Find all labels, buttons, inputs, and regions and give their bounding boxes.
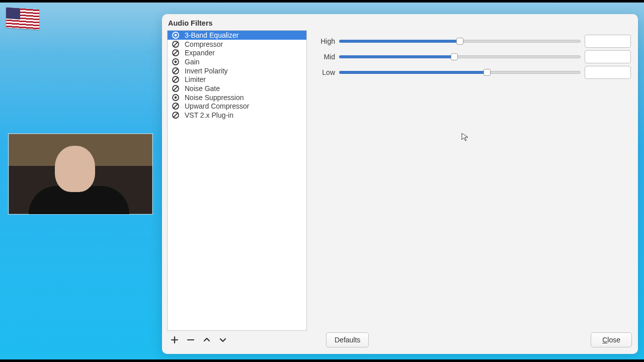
visibility-off-icon[interactable]	[172, 49, 180, 57]
svg-line-3	[173, 42, 178, 47]
visibility-on-icon[interactable]	[172, 58, 180, 66]
filter-item-label: VST 2.x Plug-in	[185, 111, 233, 119]
equalizer-controls: HighMidLow	[312, 30, 634, 329]
filter-item[interactable]: Limiter	[168, 75, 306, 84]
eq-band-slider[interactable]	[339, 68, 581, 76]
eq-band-slider[interactable]	[339, 37, 581, 45]
svg-line-5	[173, 50, 178, 55]
filter-item[interactable]: Invert Polarity	[168, 66, 306, 75]
visibility-off-icon[interactable]	[172, 102, 180, 110]
filter-item[interactable]: Noise Suppression	[168, 93, 306, 102]
filter-item-label: Limiter	[185, 75, 206, 83]
visibility-off-icon[interactable]	[172, 67, 180, 75]
filter-item-label: Gain	[185, 58, 200, 66]
filter-item[interactable]: 3-Band Equalizer	[168, 31, 306, 40]
filter-item-label: 3-Band Equalizer	[185, 31, 238, 39]
eq-band-slider[interactable]	[339, 53, 581, 61]
eq-band-row: Low	[313, 64, 631, 80]
svg-line-11	[173, 77, 178, 82]
svg-line-9	[173, 68, 178, 73]
remove-filter-button[interactable]	[185, 334, 196, 345]
filter-item-label: Noise Suppression	[185, 94, 244, 102]
filter-item[interactable]: Noise Gate	[168, 84, 306, 93]
filter-list[interactable]: 3-Band EqualizerCompressorExpanderGainIn…	[167, 30, 307, 331]
move-filter-up-button[interactable]	[201, 334, 212, 345]
eq-band-label: Mid	[313, 53, 335, 61]
visibility-on-icon[interactable]	[172, 94, 180, 102]
defaults-button-label: Defaults	[335, 336, 360, 344]
filter-item-label: Invert Polarity	[185, 67, 228, 75]
flag-overlay	[6, 8, 39, 30]
visibility-off-icon[interactable]	[172, 84, 180, 93]
svg-point-15	[175, 96, 177, 99]
filter-item-label: Expander	[185, 49, 215, 57]
defaults-button[interactable]: Defaults	[326, 332, 369, 347]
visibility-on-icon[interactable]	[172, 31, 180, 39]
visibility-off-icon[interactable]	[172, 75, 180, 83]
desktop: Audio Filters 3-Band EqualizerCompressor…	[0, 3, 644, 359]
eq-band-row: High	[313, 33, 631, 49]
svg-line-17	[173, 104, 178, 109]
close-button-label: Close	[602, 336, 620, 344]
svg-line-19	[173, 113, 178, 118]
webcam-feed	[8, 133, 153, 215]
add-filter-button[interactable]	[169, 334, 180, 345]
filter-item[interactable]: Expander	[168, 48, 306, 57]
audio-filters-dialog: Audio Filters 3-Band EqualizerCompressor…	[162, 14, 638, 354]
eq-band-spinbox[interactable]	[585, 66, 631, 79]
filter-item-label: Noise Gate	[185, 84, 220, 93]
eq-band-spinbox[interactable]	[585, 50, 631, 63]
filter-item[interactable]: Gain	[168, 57, 306, 66]
move-filter-down-button[interactable]	[217, 334, 228, 345]
filter-item[interactable]: VST 2.x Plug-in	[168, 111, 306, 120]
eq-band-label: High	[313, 37, 335, 45]
filter-item[interactable]: Upward Compressor	[168, 102, 306, 111]
eq-band-label: Low	[313, 68, 335, 76]
eq-band-spinbox[interactable]	[585, 35, 631, 48]
eq-band-value-input[interactable]	[585, 51, 631, 63]
svg-point-1	[175, 34, 177, 36]
svg-point-7	[175, 61, 177, 63]
eq-band-row: Mid	[313, 49, 631, 64]
svg-line-13	[173, 86, 178, 91]
filter-item-label: Compressor	[185, 40, 223, 48]
dialog-title: Audio Filters	[162, 14, 638, 30]
filter-item[interactable]: Compressor	[168, 40, 306, 49]
visibility-off-icon[interactable]	[172, 40, 180, 48]
eq-band-value-input[interactable]	[585, 66, 631, 78]
eq-band-value-input[interactable]	[585, 35, 631, 47]
close-button[interactable]: Close	[591, 332, 632, 347]
filter-item-label: Upward Compressor	[185, 102, 249, 110]
visibility-off-icon[interactable]	[172, 111, 180, 119]
